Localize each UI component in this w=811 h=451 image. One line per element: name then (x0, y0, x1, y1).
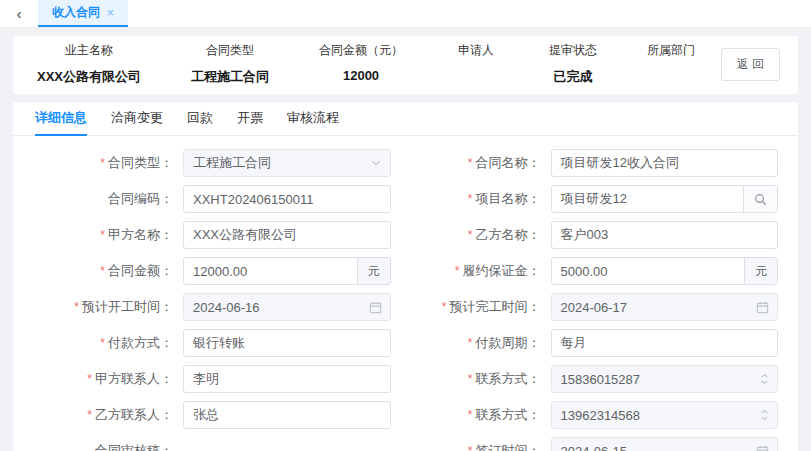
party-b-phone-input[interactable]: 13962314568 (551, 401, 779, 429)
field-label-text: 合同金额： (108, 263, 173, 278)
party-b-name-input[interactable]: 客户003 (551, 221, 779, 249)
field-label-text: 甲方名称： (108, 227, 173, 242)
unit-append: 元 (744, 258, 777, 284)
field-value: 12000.00 (184, 264, 357, 279)
field-value: 项目研发12收入合同 (552, 154, 778, 172)
party-a-phone-input[interactable]: 15836015287 (551, 365, 779, 393)
required-mark: * (100, 228, 105, 242)
form-item-project-name: *项目名称：项目研发12 (421, 185, 779, 213)
contract-detail-card: 详细信息洽商变更回款开票审核流程 *合同类型：工程施工合同*合同名称：项目研发1… (13, 102, 798, 451)
detail-tab-开票[interactable]: 开票 (237, 102, 263, 136)
field-value: 2024-06-17 (552, 300, 757, 315)
field-label: *甲方联系人： (33, 370, 183, 388)
field-label-text: 合同名称： (476, 155, 541, 170)
field-label-text: 联系方式： (476, 407, 541, 422)
project-name-input[interactable]: 项目研发12 (551, 185, 779, 213)
field-value: 每月 (552, 334, 778, 352)
form-item-signing-date: *签订时间：2024-06-15 (421, 437, 779, 451)
detail-tab-回款[interactable]: 回款 (187, 102, 213, 136)
form-item-party-b-phone: *联系方式：13962314568 (421, 401, 779, 429)
required-mark: * (468, 372, 473, 386)
field-label: 合同审核稿： (33, 442, 183, 451)
field-label-text: 甲方联系人： (95, 371, 173, 386)
stepper-icon[interactable] (760, 371, 777, 387)
field-value: 项目研发12 (552, 190, 744, 208)
field-label: *合同金额： (33, 262, 183, 280)
planned-finish-date-input[interactable]: 2024-06-17 (551, 293, 779, 321)
contract-type-select[interactable]: 工程施工合同 (183, 149, 391, 177)
field-label-text: 乙方名称： (476, 227, 541, 242)
form-item-planned-start-date: *预计开工时间：2024-06-16 (33, 293, 391, 321)
contract-name-input[interactable]: 项目研发12收入合同 (551, 149, 779, 177)
contract-code-input[interactable]: XXHT202406150011 (183, 185, 391, 213)
field-label: *履约保证金： (421, 262, 551, 280)
summary-field-label: 提审状态 (549, 42, 597, 59)
tab-income-contract[interactable]: 收入合同 × (38, 0, 128, 27)
required-mark: * (468, 444, 473, 451)
form-item-party-b-name: *乙方名称：客户003 (421, 221, 779, 249)
form-item-party-a-phone: *联系方式：15836015287 (421, 365, 779, 393)
summary-field: 合同类型工程施工合同 (191, 42, 269, 86)
required-mark: * (100, 264, 105, 278)
form-item-payment-method: *付款方式：银行转账 (33, 329, 391, 357)
form-item-party-a-name: *甲方名称：XXX公路有限公司 (33, 221, 391, 249)
payment-cycle-input[interactable]: 每月 (551, 329, 779, 357)
unit-append: 元 (357, 258, 390, 284)
required-mark: * (468, 228, 473, 242)
summary-fields: 业主名称XXX公路有限公司合同类型工程施工合同合同金额（元）12000申请人提审… (31, 42, 695, 86)
field-value: 李明 (184, 370, 390, 388)
calendar-icon (756, 301, 777, 314)
form-item-party-a-contact: *甲方联系人：李明 (33, 365, 391, 393)
close-icon[interactable]: × (107, 6, 114, 20)
field-value: 5000.00 (552, 264, 745, 279)
detail-tab-详细信息[interactable]: 详细信息 (35, 102, 87, 136)
contract-summary-card: 业主名称XXX公路有限公司合同类型工程施工合同合同金额（元）12000申请人提审… (13, 36, 798, 94)
field-label: *合同类型： (33, 154, 183, 172)
detail-tab-洽商变更[interactable]: 洽商变更 (111, 102, 163, 136)
field-value: 15836015287 (552, 372, 761, 387)
party-a-name-input[interactable]: XXX公路有限公司 (183, 221, 391, 249)
form-item-contract-amount: *合同金额：12000.00元 (33, 257, 391, 285)
required-mark: * (468, 336, 473, 350)
field-label-text: 预计完工时间： (450, 299, 541, 314)
payment-method-input[interactable]: 银行转账 (183, 329, 391, 357)
contract-amount-input[interactable]: 12000.00元 (183, 257, 391, 285)
stepper-icon[interactable] (760, 407, 777, 423)
field-label: *预计开工时间： (33, 298, 183, 316)
field-label: *联系方式： (421, 406, 551, 424)
detail-tab-bar: 详细信息洽商变更回款开票审核流程 (13, 102, 798, 136)
summary-field: 申请人 (453, 42, 499, 86)
detail-tab-审核流程[interactable]: 审核流程 (287, 102, 339, 136)
summary-field-label: 合同金额（元） (319, 42, 403, 59)
back-button[interactable]: 返 回 (721, 48, 780, 81)
party-a-contact-input[interactable]: 李明 (183, 365, 391, 393)
planned-start-date-input[interactable]: 2024-06-16 (183, 293, 391, 321)
field-value: 2024-06-15 (552, 444, 757, 451)
field-label-text: 项目名称： (476, 191, 541, 206)
field-label: *项目名称： (421, 190, 551, 208)
field-label: 合同编码： (33, 190, 183, 208)
required-mark: * (468, 192, 473, 206)
performance-bond-input[interactable]: 5000.00元 (551, 257, 779, 285)
required-mark: * (455, 264, 460, 278)
field-label: *乙方联系人： (33, 406, 183, 424)
summary-field-value: XXX公路有限公司 (37, 68, 141, 86)
search-icon[interactable] (743, 186, 777, 212)
field-label: *联系方式： (421, 370, 551, 388)
party-b-contact-input[interactable]: 张总 (183, 401, 391, 429)
tab-label: 收入合同 (52, 4, 100, 21)
field-label-text: 合同审核稿： (95, 443, 173, 451)
signing-date-input[interactable]: 2024-06-15 (551, 437, 779, 451)
field-label-text: 履约保证金： (463, 263, 541, 278)
field-value: XXX公路有限公司 (184, 226, 390, 244)
required-mark: * (442, 300, 447, 314)
form-item-contract-name: *合同名称：项目研发12收入合同 (421, 149, 779, 177)
form-item-payment-cycle: *付款周期：每月 (421, 329, 779, 357)
summary-field: 合同金额（元）12000 (319, 42, 403, 86)
collapse-tabs-icon[interactable]: ‹ (0, 0, 38, 27)
field-label-text: 付款周期： (476, 335, 541, 350)
required-mark: * (468, 156, 473, 170)
form-item-contract-type: *合同类型：工程施工合同 (33, 149, 391, 177)
summary-field-label: 业主名称 (37, 42, 141, 59)
form-item-planned-finish-date: *预计完工时间：2024-06-17 (421, 293, 779, 321)
